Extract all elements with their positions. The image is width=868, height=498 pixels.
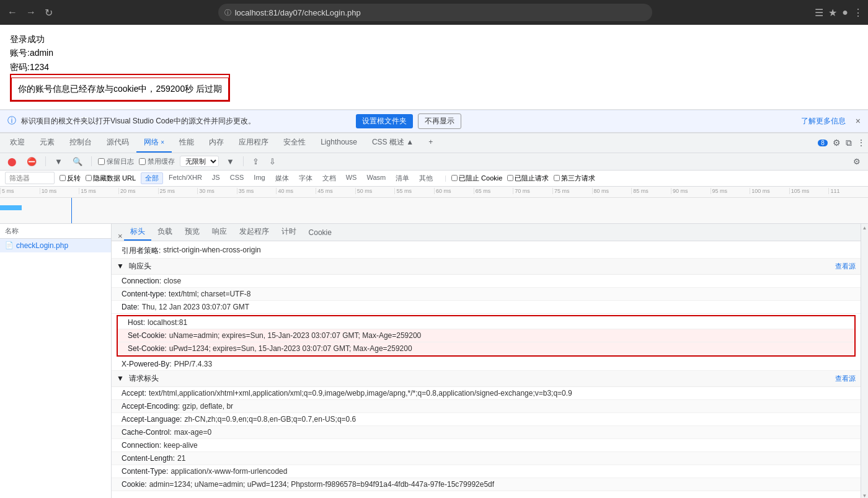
toolbar-right: ⚙ [851, 156, 863, 167]
invert-checkbox[interactable] [60, 175, 66, 181]
filter-button[interactable]: ▼ [52, 156, 65, 167]
tab-console[interactable]: 控制台 [62, 133, 99, 153]
detail-tab-timing[interactable]: 计时 [275, 224, 303, 241]
export-button[interactable]: ⇩ [267, 156, 278, 167]
tab-application[interactable]: 应用程序 [231, 133, 276, 153]
record-button[interactable]: ⬤ [5, 156, 19, 167]
blocked-cookies-checkbox[interactable] [451, 175, 458, 181]
filter-font[interactable]: 字体 [294, 172, 317, 184]
filter-css[interactable]: CSS [226, 172, 249, 184]
more-options[interactable]: ⋮ [857, 138, 866, 148]
throttle-expand[interactable]: ▼ [224, 156, 237, 167]
tab-welcome[interactable]: 欢迎 [2, 133, 32, 153]
file-name: checkLogin.php [16, 241, 68, 250]
filter-media[interactable]: 媒体 [271, 172, 293, 184]
tab-performance[interactable]: 性能 [172, 133, 202, 153]
back-button[interactable]: ← [5, 4, 20, 20]
blocked-requests-label[interactable]: 已阻止请求 [507, 174, 549, 183]
hide-data-urls-label[interactable]: 隐藏数据 URL [86, 174, 136, 183]
address-bar[interactable]: ⓘ localhost:81/day07/checkLogin.php [218, 4, 652, 21]
filter-other[interactable]: 其他 [415, 172, 437, 184]
import-button[interactable]: ⇪ [250, 156, 262, 167]
response-view-source[interactable]: 查看源 [835, 262, 856, 271]
disable-cache-label[interactable]: 禁用缓存 [139, 157, 175, 166]
filter-input[interactable] [5, 172, 55, 184]
page-content: 登录成功 账号:admin 密码:1234 你的账号信息已经存放与cookie中… [0, 25, 868, 110]
detail-close-button[interactable]: × [117, 231, 124, 241]
date-name: Date: [122, 303, 140, 311]
set-root-button[interactable]: 设置根文件夹 [356, 114, 413, 128]
tab-lighthouse[interactable]: Lighthouse [313, 134, 365, 151]
throttle-select[interactable]: 无限制 [180, 156, 219, 167]
response-header-section[interactable]: ▼ 响应头 查看源 [112, 259, 861, 275]
tab-add[interactable]: + [421, 134, 440, 151]
detail-tab-payload[interactable]: 负载 [151, 224, 179, 241]
hide-data-urls-checkbox[interactable] [86, 175, 92, 181]
prev-header-row: 引用者策略: strict-origin-when-cross-origin [112, 244, 861, 259]
filter-all[interactable]: 全部 [141, 172, 163, 184]
tab-network[interactable]: 网络 × [136, 133, 172, 153]
file-list-item[interactable]: 📄 checkLogin.php [0, 239, 111, 252]
blocked-requests-text: 已阻止请求 [515, 174, 549, 183]
cache-control-value: max-age=0 [174, 428, 211, 437]
account-info: 账号:admin [10, 46, 858, 60]
detail-tab-response[interactable]: 响应 [206, 224, 233, 241]
detail-tab-headers[interactable]: 标头 [124, 224, 151, 241]
divider3 [243, 156, 244, 166]
tick-30ms: 30 ms [197, 188, 237, 194]
settings-icon[interactable]: ⚙ [833, 138, 841, 148]
preserve-log-checkbox[interactable] [98, 158, 105, 165]
no-show-button[interactable]: 不再显示 [418, 113, 461, 129]
tab-css[interactable]: CSS 概述 ▲ [365, 133, 421, 153]
filter-wasm[interactable]: Wasm [362, 172, 390, 184]
scroll-down[interactable]: ▼ [862, 493, 867, 498]
request-view-source[interactable]: 查看源 [835, 374, 856, 383]
forward-button[interactable]: → [24, 4, 38, 20]
address-text: localhost:81/day07/checkLogin.php [235, 8, 646, 17]
filter-img[interactable]: Img [249, 172, 269, 184]
settings-button[interactable]: ⚙ [851, 156, 863, 167]
filter-doc[interactable]: 文档 [318, 172, 340, 184]
filter-ws[interactable]: WS [342, 172, 361, 184]
file-list-header: 名称 [0, 224, 111, 239]
tab-sources[interactable]: 源代码 [99, 133, 136, 153]
set-cookie-2-row: Set-Cookie: uPwd=1234; expires=Sun, 15-J… [118, 342, 854, 355]
request-header-section[interactable]: ▼ 请求标头 查看源 [112, 371, 861, 387]
invert-label[interactable]: 反转 [60, 174, 81, 183]
notify-close-button[interactable]: × [856, 116, 861, 126]
blocked-cookies-label[interactable]: 已阻止 Cookie [451, 174, 502, 183]
detail-tab-cookie[interactable]: Cookie [303, 226, 338, 241]
detail-panel[interactable]: × 标头 负载 预览 响应 发起程序 计时 Cookie 引用者策略: [112, 224, 861, 498]
hide-data-urls-text: 隐藏数据 URL [93, 174, 136, 183]
third-party-checkbox[interactable] [554, 175, 560, 181]
dock-icon[interactable]: ⧉ [846, 138, 852, 148]
reload-button[interactable]: ↻ [42, 4, 55, 21]
devtools-body: ⬤ ⛔ ▼ 🔍 保留日志 禁用缓存 无限制 ▼ ⇪ [0, 153, 868, 498]
learn-more-link[interactable]: 了解更多信息 [801, 116, 846, 127]
blocked-requests-checkbox[interactable] [507, 175, 513, 181]
clear-button[interactable]: ⛔ [24, 156, 39, 167]
tab-security[interactable]: 安全性 [276, 133, 313, 153]
timeline: 5 ms 10 ms 15 ms 20 ms 25 ms 30 ms 35 ms… [0, 187, 868, 224]
tab-memory[interactable]: 内存 [202, 133, 231, 153]
tab-elements[interactable]: 元素 [32, 133, 62, 153]
filter-manifest[interactable]: 清单 [391, 172, 414, 184]
detail-tab-preview[interactable]: 预览 [179, 224, 206, 241]
scrollbar[interactable]: ▲ ▼ [861, 224, 868, 498]
filter-js[interactable]: JS [208, 172, 224, 184]
search-button[interactable]: 🔍 [70, 156, 85, 167]
detail-tab-initiator[interactable]: 发起程序 [233, 224, 275, 241]
devtools-body-inner: ⬤ ⛔ ▼ 🔍 保留日志 禁用缓存 无限制 ▼ ⇪ [0, 153, 868, 498]
filter-xhr[interactable]: Fetch/XHR [164, 172, 206, 184]
extensions-icon[interactable]: ☰ [815, 7, 823, 19]
content-length-row: Content-Length: 21 [112, 452, 861, 465]
scroll-up[interactable]: ▲ [862, 225, 867, 231]
accept-language-row: Accept-Language: zh-CN,zh;q=0.9,en;q=0.8… [112, 413, 861, 426]
disable-cache-checkbox[interactable] [139, 158, 146, 165]
bookmark-icon[interactable]: ★ [828, 7, 837, 19]
more-icon[interactable]: ⋮ [853, 7, 863, 19]
tick-40ms: 40 ms [276, 188, 316, 194]
third-party-label[interactable]: 第三方请求 [554, 174, 595, 183]
preserve-log-label[interactable]: 保留日志 [98, 157, 134, 166]
profile-icon[interactable]: ● [842, 7, 848, 18]
